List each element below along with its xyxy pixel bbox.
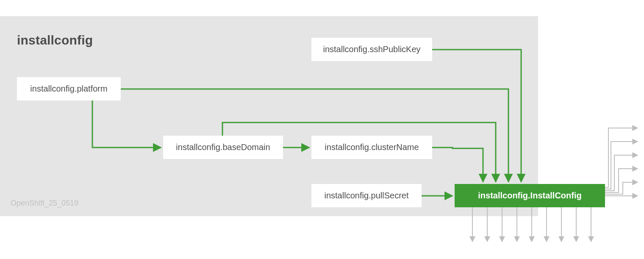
edge-ic-out-right-3 <box>605 169 638 192</box>
node-label: installconfig.baseDomain <box>176 142 270 152</box>
edge-ic-out-right-6 <box>605 128 638 187</box>
node-label: installconfig.pullSecret <box>325 191 409 201</box>
node-label: installconfig.InstallConfig <box>478 191 581 201</box>
edge-ic-out-right-5 <box>605 142 638 189</box>
watermark-text: OpenShift_25_0519 <box>11 199 78 208</box>
node-pull-secret: installconfig.pullSecret <box>311 184 422 207</box>
node-ssh-public-key: installconfig.sshPublicKey <box>311 38 432 61</box>
diagram-title: installconfig <box>17 33 93 47</box>
node-label: installconfig.clusterName <box>325 142 419 152</box>
diagram-stage: OpenShift_25_0519 installconfig installc… <box>0 0 644 259</box>
edge-ic-out-right-2 <box>605 182 638 194</box>
node-label: installconfig.platform <box>30 84 107 94</box>
node-platform: installconfig.platform <box>17 77 121 100</box>
node-install-config: installconfig.InstallConfig <box>455 184 605 207</box>
edge-ic-out-right-4 <box>605 155 638 191</box>
node-base-domain: installconfig.baseDomain <box>163 136 283 159</box>
node-cluster-name: installconfig.clusterName <box>311 136 432 159</box>
node-label: installconfig.sshPublicKey <box>323 45 420 54</box>
